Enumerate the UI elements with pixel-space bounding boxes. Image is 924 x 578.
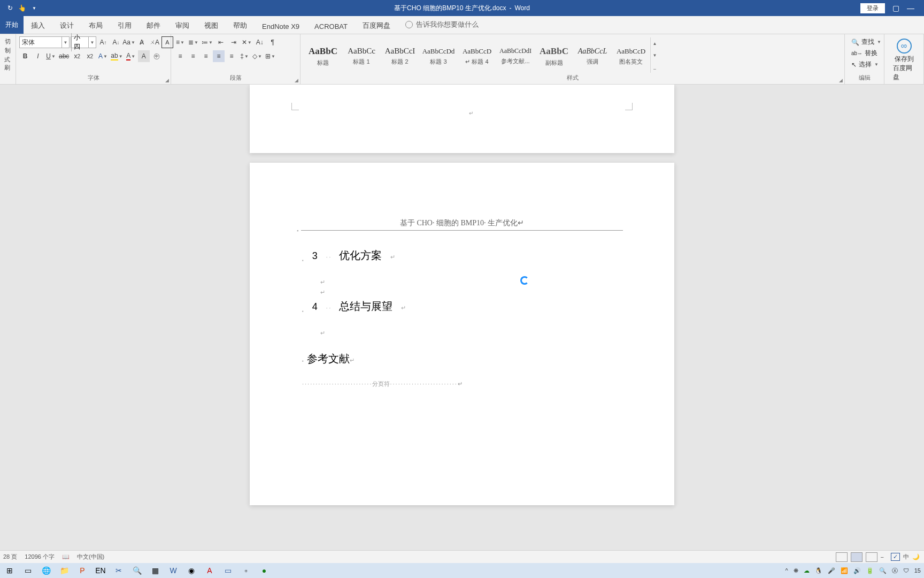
align-left-button[interactable]: ≡ bbox=[174, 50, 186, 62]
cut-label[interactable]: 切 bbox=[5, 37, 11, 45]
multilevel-button[interactable]: ≔▼ bbox=[201, 36, 214, 48]
superscript-button[interactable]: x2 bbox=[84, 50, 96, 62]
snip-icon[interactable]: ✂ bbox=[112, 564, 125, 577]
style-subtitle[interactable]: AaBbC副标题 bbox=[535, 37, 573, 73]
spellcheck-icon[interactable]: 📖 bbox=[62, 553, 70, 560]
heading-3[interactable]: ▪ 3 · · 优化方案 ↵ bbox=[302, 248, 622, 263]
tray-expand-icon[interactable]: ^ bbox=[786, 567, 788, 574]
app2-icon[interactable]: ▫ bbox=[240, 564, 252, 577]
copy-label[interactable]: 制 bbox=[5, 47, 11, 55]
dialog-launcher-icon[interactable]: ◢ bbox=[295, 78, 298, 83]
tray-close-icon[interactable]: ⓧ bbox=[892, 567, 898, 575]
sort-button[interactable]: A↓ bbox=[254, 36, 266, 48]
phonetic-button[interactable]: ㄨA bbox=[149, 36, 160, 48]
screenshot-icon[interactable]: ▭ bbox=[221, 564, 234, 577]
line-spacing-button[interactable]: ‡▼ bbox=[238, 50, 250, 62]
tab-baidu[interactable]: 百度网盘 bbox=[355, 17, 398, 34]
tab-insert[interactable]: 插入 bbox=[24, 17, 52, 34]
status-page[interactable]: 28 页 bbox=[3, 553, 17, 561]
autosave-icon[interactable]: ↻ bbox=[7, 4, 13, 12]
style-emphasis[interactable]: AaBbCcL强调 bbox=[573, 37, 612, 73]
tab-help[interactable]: 帮助 bbox=[226, 17, 255, 34]
ribbon-display-icon[interactable]: ▢ bbox=[892, 4, 899, 12]
minimize-icon[interactable]: — bbox=[907, 4, 914, 12]
scroll-down-icon[interactable]: ▼ bbox=[651, 49, 659, 61]
justify-button[interactable]: ≡ bbox=[213, 50, 225, 62]
shrink-font-button[interactable]: A↓ bbox=[110, 36, 122, 48]
heading-4[interactable]: ▪ 4 · · 总结与展望 ↵ bbox=[302, 299, 622, 314]
tray-qq-icon[interactable]: 🐧 bbox=[815, 567, 822, 574]
dialog-launcher-icon[interactable]: ◢ bbox=[165, 78, 169, 83]
shading-button[interactable]: ◇▼ bbox=[251, 50, 263, 62]
grow-font-button[interactable]: A↑ bbox=[97, 36, 109, 48]
expand-gallery-icon[interactable]: ⎯ bbox=[651, 61, 659, 73]
tell-me-search[interactable]: 告诉我你想要做什么 bbox=[398, 16, 486, 34]
chrome-icon[interactable]: 🌐 bbox=[40, 564, 52, 577]
italic-button[interactable]: I bbox=[32, 50, 44, 62]
zoom-in-button[interactable]: ✓ bbox=[891, 553, 900, 561]
bullets-button[interactable]: ≡▼ bbox=[174, 36, 186, 48]
media-icon[interactable]: ◉ bbox=[185, 564, 198, 577]
distributed-button[interactable]: ≡ bbox=[226, 50, 237, 62]
login-button[interactable]: 登录 bbox=[860, 3, 885, 13]
tray-time[interactable]: 15 bbox=[914, 567, 921, 574]
find-button[interactable]: 🔍查找▼ bbox=[848, 36, 881, 48]
font-color-button[interactable]: A▼ bbox=[125, 50, 137, 62]
style-heading1[interactable]: AaBbCc标题 1 bbox=[342, 37, 381, 73]
change-case-button[interactable]: Aa▼ bbox=[123, 36, 135, 48]
status-wordcount[interactable]: 12096 个字 bbox=[25, 553, 55, 561]
tray-search-icon[interactable]: 🔍 bbox=[879, 567, 887, 574]
dialog-launcher-icon[interactable]: ◢ bbox=[839, 78, 843, 83]
pdf-icon[interactable]: A bbox=[203, 564, 216, 577]
explorer-icon[interactable]: 📁 bbox=[58, 564, 71, 577]
strike-button[interactable]: abc bbox=[58, 50, 70, 62]
powerpoint-icon[interactable]: P bbox=[76, 564, 89, 577]
ime-indicator[interactable]: 中 bbox=[903, 553, 909, 561]
web-layout-button[interactable] bbox=[866, 552, 877, 562]
numbering-button[interactable]: ≣▼ bbox=[187, 36, 199, 48]
touch-mode-icon[interactable]: 👆 bbox=[18, 4, 26, 12]
increase-indent-button[interactable]: ⇥ bbox=[228, 36, 240, 48]
status-language[interactable]: 中文(中国) bbox=[77, 553, 104, 561]
tray-app-icon[interactable]: ❋ bbox=[794, 567, 798, 574]
print-layout-button[interactable] bbox=[851, 552, 863, 562]
decrease-indent-button[interactable]: ⇤ bbox=[215, 36, 227, 48]
qat-dropdown-icon[interactable]: ▼ bbox=[32, 6, 36, 11]
tray-shield-icon[interactable]: 🛡 bbox=[903, 567, 909, 574]
show-marks-button[interactable]: ¶ bbox=[267, 36, 279, 48]
style-heading4[interactable]: AaBbCcD↵ 标题 4 bbox=[458, 37, 496, 73]
read-mode-button[interactable] bbox=[836, 552, 848, 562]
align-center-button[interactable]: ≡ bbox=[187, 50, 199, 62]
document-body[interactable]: ▪ 3 · · 优化方案 ↵ ↵ ↵ ▪ 4 · · 总结与展望 ↵ ↵ ▪参考… bbox=[302, 248, 622, 388]
underline-button[interactable]: U▼ bbox=[45, 50, 57, 62]
highlight-button[interactable]: ab▼ bbox=[110, 50, 124, 62]
enclose-char-button[interactable]: ㊥ bbox=[151, 50, 163, 62]
style-references[interactable]: AaBbCcDdI参考文献... bbox=[496, 37, 535, 73]
tab-design[interactable]: 设计 bbox=[52, 17, 81, 34]
tab-view[interactable]: 视图 bbox=[197, 17, 226, 34]
clear-format-button[interactable]: A̷ bbox=[136, 36, 148, 48]
tab-acrobat[interactable]: ACROBAT bbox=[307, 18, 355, 34]
style-title[interactable]: AaBbC标题 bbox=[304, 37, 342, 73]
tray-mic-icon[interactable]: 🎤 bbox=[828, 567, 835, 574]
font-size-combo[interactable]: 小四 ▼ bbox=[71, 36, 96, 48]
chevron-down-icon[interactable]: ▼ bbox=[88, 37, 96, 48]
word-icon[interactable]: W bbox=[167, 564, 180, 577]
taskview-icon[interactable]: ▭ bbox=[21, 564, 34, 577]
style-heading2[interactable]: AaBbCcI标题 2 bbox=[381, 37, 419, 73]
tray-wifi-icon[interactable]: 📶 bbox=[841, 567, 848, 574]
subscript-button[interactable]: x2 bbox=[71, 50, 83, 62]
tab-layout[interactable]: 布局 bbox=[81, 17, 110, 34]
bold-button[interactable]: B bbox=[19, 50, 31, 62]
tray-cloud-icon[interactable]: ☁ bbox=[804, 567, 810, 574]
painter-label[interactable]: 式刷 bbox=[4, 56, 11, 72]
zoom-out-button[interactable]: − bbox=[881, 554, 884, 560]
align-right-button[interactable]: ≡ bbox=[200, 50, 212, 62]
save-to-baidu-button[interactable]: 保存到 百度网盘 bbox=[888, 36, 920, 84]
document-area[interactable]: ↵ 基于 CHO· 细胞的 BMP10· 生产优化↵ ▪ ▪ 3 · · 优化方… bbox=[0, 85, 924, 563]
char-shading-button[interactable]: A bbox=[138, 50, 150, 62]
heading-references[interactable]: ▪参考文献↵ bbox=[302, 352, 622, 366]
tab-home[interactable]: 开始 bbox=[0, 16, 24, 34]
tab-mailings[interactable]: 邮件 bbox=[139, 17, 168, 34]
app-icon[interactable]: ▦ bbox=[149, 564, 161, 577]
